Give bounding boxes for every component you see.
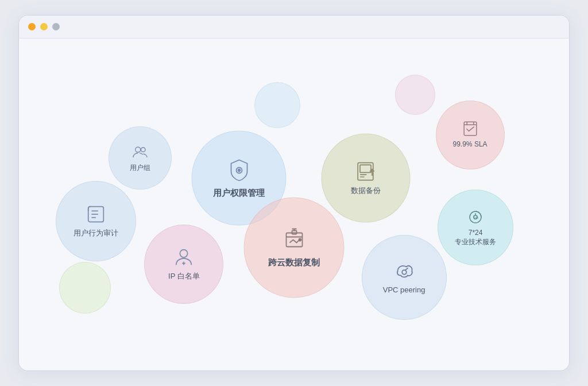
dot-green[interactable] xyxy=(52,23,60,30)
bubble-backup[interactable]: 数据备份 xyxy=(321,133,410,222)
svg-point-8 xyxy=(180,250,188,257)
audit-icon xyxy=(85,203,107,225)
bubble-crossdata[interactable]: 跨云数据复制 xyxy=(244,198,345,298)
bubble-vpc[interactable]: VPC peering xyxy=(362,235,447,320)
bubble-ipwhitelist[interactable]: IP 白名单 xyxy=(144,225,223,304)
bubble-audit[interactable]: 用户行为审计 xyxy=(56,181,136,261)
app-window: 用户组 用户行为审计 用户权限管理 xyxy=(18,15,570,371)
svg-point-30 xyxy=(402,270,407,275)
usergroup-icon xyxy=(131,144,149,161)
deco-bubble-1 xyxy=(59,262,111,314)
sla-icon xyxy=(462,120,479,137)
vpc-icon xyxy=(393,260,415,282)
bubble-usergroup[interactable]: 用户组 xyxy=(109,126,172,190)
deco-bubble-3 xyxy=(395,75,435,115)
permission-label: 用户权限管理 xyxy=(213,186,265,198)
service724-icon: 24h xyxy=(467,209,484,226)
bubble-724[interactable]: 24h 7*24 专业技术服务 xyxy=(438,190,513,265)
permission-icon xyxy=(226,157,252,183)
audit-label: 用户行为审计 xyxy=(74,228,118,238)
content-area: 用户组 用户行为审计 用户权限管理 xyxy=(19,38,569,370)
vpc-label: VPC peering xyxy=(383,285,425,295)
deco-bubble-2 xyxy=(254,82,300,128)
svg-rect-22 xyxy=(464,122,477,136)
crossdata-label: 跨云数据复制 xyxy=(268,256,320,268)
ipwhitelist-label: IP 白名单 xyxy=(168,271,200,281)
backup-icon xyxy=(355,160,377,182)
svg-line-31 xyxy=(405,268,408,270)
svg-point-7 xyxy=(238,169,240,171)
titlebar xyxy=(19,16,569,38)
sla-label: 99.9% SLA xyxy=(453,140,488,149)
svg-point-1 xyxy=(141,147,145,152)
bubble-sla[interactable]: 99.9% SLA xyxy=(436,101,505,169)
svg-point-0 xyxy=(136,147,141,152)
dot-yellow[interactable] xyxy=(40,23,48,30)
svg-point-13 xyxy=(299,239,301,241)
svg-rect-18 xyxy=(360,165,371,172)
usergroup-label: 用户组 xyxy=(130,163,150,173)
svg-text:24h: 24h xyxy=(474,215,479,219)
svg-rect-14 xyxy=(292,231,296,234)
crossdata-icon xyxy=(281,227,307,253)
ipwhitelist-icon xyxy=(173,246,195,268)
dot-red[interactable] xyxy=(28,23,36,30)
service724-label: 7*24 专业技术服务 xyxy=(455,228,496,248)
backup-label: 数据备份 xyxy=(351,185,381,195)
